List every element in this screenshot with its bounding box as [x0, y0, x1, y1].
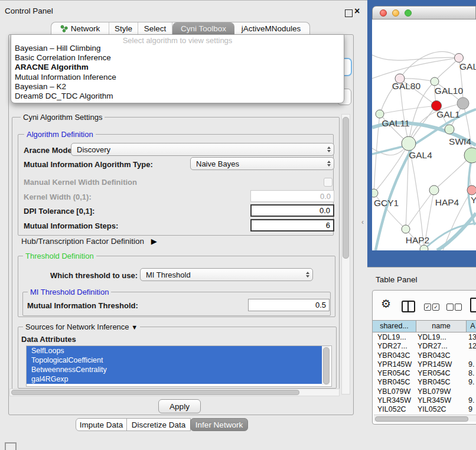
network-edge[interactable] — [435, 58, 459, 81]
hub-tf-definition-toggle[interactable]: Hub/Transcription Factor Definition ▶ — [21, 237, 157, 246]
tab-discretize-data[interactable]: Discretize Data — [126, 418, 191, 431]
dock-icon[interactable] — [5, 442, 17, 450]
mi-steps-label: Mutual Information Steps: — [24, 221, 118, 230]
tab-cyni-toolbox[interactable]: Cyni Toolbox — [172, 22, 234, 35]
columns-icon[interactable] — [402, 301, 415, 312]
network-node-gal11[interactable] — [376, 110, 384, 118]
apply-button[interactable]: Apply — [158, 399, 201, 413]
network-edge[interactable] — [380, 106, 436, 114]
table-cell: 9. — [468, 360, 474, 369]
network-edge[interactable] — [374, 144, 409, 193]
network-edge[interactable] — [372, 58, 459, 79]
algorithm-option[interactable]: ARACNE Algorithm — [11, 63, 344, 72]
network-icon — [60, 25, 68, 32]
network-node-hap2[interactable] — [402, 225, 410, 233]
tab-select[interactable]: Select — [138, 22, 172, 35]
right-side: GALGAL80GAL10GAL1GAL11SWI4GAL4GCY1HAP4YH… — [367, 0, 476, 450]
tab-style[interactable]: Style — [109, 22, 138, 35]
select-all-checkbox-icon[interactable]: ✓ — [424, 304, 431, 311]
settings-horizontal-scrollbar[interactable] — [9, 389, 340, 396]
scrollbar-thumb[interactable] — [343, 117, 349, 259]
control-panel-title: Control Panel — [5, 6, 53, 15]
table-horizontal-scrollbar[interactable] — [374, 415, 476, 422]
node-label: HAP4 — [435, 197, 459, 207]
algorithm-option[interactable]: Basic Correlation Inference — [11, 53, 344, 63]
network-edge[interactable] — [400, 51, 459, 79]
network-node-gal10[interactable] — [431, 77, 439, 86]
manual-kernel-width-checkbox[interactable] — [324, 178, 332, 187]
column-header[interactable]: A — [467, 321, 476, 332]
network-canvas[interactable]: GALGAL80GAL10GAL1GAL11SWI4GAL4GCY1HAP4YH… — [372, 19, 476, 250]
list-scrollbar[interactable] — [322, 346, 330, 385]
table-cell: YBR045C — [418, 378, 451, 386]
data-attribute-item[interactable]: TopologicalCoefficient — [27, 356, 327, 365]
mi-threshold-field[interactable]: 0.5 — [248, 299, 330, 311]
panel-collapse-handle[interactable]: ‹ — [361, 218, 364, 226]
data-attribute-item[interactable]: SelfLoops — [27, 346, 327, 356]
scrollbar-thumb[interactable] — [323, 347, 330, 384]
algorithm-option[interactable]: Bayesian – Hill Climbing — [11, 44, 344, 53]
network-node-gray-node[interactable] — [457, 97, 469, 109]
table-row[interactable]: YBR045CYBR045C9. — [374, 378, 476, 387]
node-label: HAP2 — [406, 235, 430, 245]
column-header[interactable]: name — [416, 321, 467, 332]
network-node-swi4[interactable] — [445, 125, 454, 134]
table-panel: Table Panel ⚙ ✓ ✓ shared...nameA YDL19..… — [367, 267, 476, 450]
close-icon[interactable]: × — [354, 6, 360, 17]
table-row[interactable]: YDR27...YDR27...12 — [374, 342, 476, 351]
network-node-gal4[interactable] — [402, 136, 416, 151]
tab-impute-data[interactable]: Impute Data — [76, 418, 127, 431]
aracne-mode-select[interactable]: Discovery — [71, 143, 334, 156]
tab-label: Cyni Toolbox — [181, 24, 226, 33]
table-cell: YIL052C — [377, 405, 406, 412]
dpi-tolerance-field[interactable]: 0.0 — [250, 204, 334, 217]
table-row[interactable]: YPR145WYPR145W9. — [374, 360, 476, 369]
network-node-bottom-green[interactable] — [420, 245, 428, 250]
tab-jactivemnodules[interactable]: jActiveMNodules — [234, 22, 308, 35]
minimize-traffic-light-icon[interactable] — [392, 9, 399, 17]
mi-algorithm-type-select[interactable]: Naive Bayes — [190, 157, 334, 170]
kernel-width-field[interactable]: 0.0 — [250, 190, 334, 202]
table-row[interactable]: YBL079WYBL079W — [374, 387, 476, 396]
select-all-checkbox-icon[interactable]: ✓ — [432, 304, 439, 311]
table-row[interactable]: YBR043CYBR043C — [374, 351, 476, 360]
sources-toggle[interactable]: Sources for Network Inference ▼ — [23, 322, 140, 331]
float-window-icon[interactable] — [345, 9, 353, 17]
data-attribute-item[interactable]: BetweennessCentrality — [27, 365, 327, 374]
table-row[interactable]: YDL19...YDL19...13 — [374, 333, 476, 342]
settings-vertical-scrollbar[interactable] — [341, 114, 350, 394]
deselect-all-checkbox-icon[interactable] — [446, 304, 454, 311]
deselect-all-checkbox-icon[interactable] — [455, 304, 462, 311]
network-view-frame: GALGAL80GAL10GAL1GAL11SWI4GAL4GCY1HAP4YH… — [367, 0, 476, 267]
tab-infer-network[interactable]: Infer Network — [190, 418, 248, 431]
network-edge[interactable] — [406, 190, 434, 229]
table-row[interactable]: YIL052CYIL052C9 — [374, 405, 476, 412]
algorithm-option[interactable]: Dream8 DC_TDC Algorithm — [11, 92, 344, 101]
scrollbar-thumb[interactable] — [375, 416, 468, 422]
algorithm-option[interactable]: Mutual Information Inference — [11, 73, 344, 82]
tab-label: Select — [144, 24, 167, 33]
table-cell: YBR043C — [377, 351, 410, 360]
gear-icon[interactable]: ⚙ — [381, 298, 391, 309]
algorithm-option[interactable]: Bayesian – K2 — [11, 82, 344, 92]
table-row[interactable]: YER054CYER054C8. — [374, 369, 476, 378]
network-window-titlebar[interactable] — [372, 6, 476, 19]
close-traffic-light-icon[interactable] — [380, 9, 387, 17]
scrollbar-thumb[interactable] — [11, 390, 299, 395]
column-header[interactable]: shared... — [373, 321, 416, 332]
network-node-pink-right[interactable] — [467, 185, 476, 195]
network-node-hap4[interactable] — [429, 185, 439, 195]
mi-algorithm-type-label: Mutual Information Algorithm Type: — [24, 160, 153, 169]
tab-network[interactable]: Network — [51, 22, 109, 35]
export-table-icon[interactable] — [470, 298, 476, 312]
which-threshold-label: Which threshold to use: — [50, 271, 138, 280]
which-threshold-select[interactable]: MI Threshold — [140, 268, 313, 281]
network-edge[interactable] — [424, 223, 476, 249]
data-attribute-item[interactable]: gal4RGexp — [27, 374, 327, 384]
network-node-gcy1[interactable] — [372, 189, 378, 197]
zoom-traffic-light-icon[interactable] — [405, 9, 412, 17]
stepper-icon — [327, 146, 331, 152]
network-edge[interactable] — [437, 213, 476, 250]
table-row[interactable]: YLR345WYLR345W9. — [374, 396, 476, 405]
mi-steps-field[interactable]: 6 — [250, 219, 334, 231]
